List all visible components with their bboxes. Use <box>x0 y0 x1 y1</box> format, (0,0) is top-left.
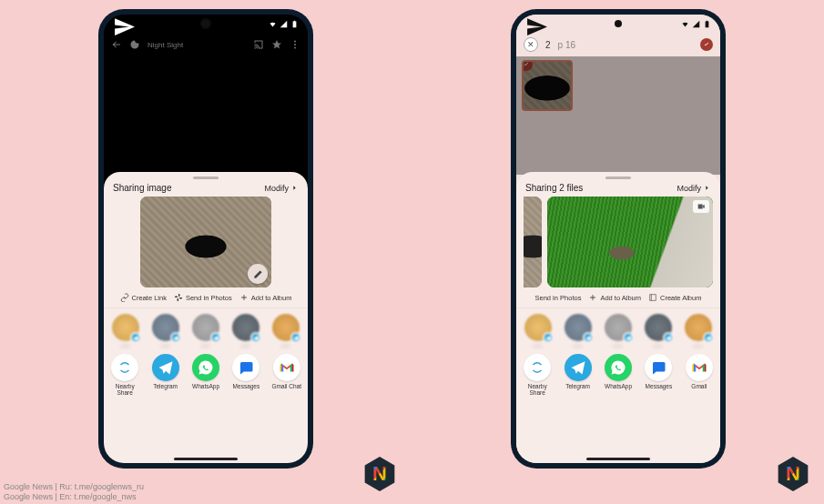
suggested-contact[interactable]: blur <box>109 314 142 348</box>
pencil-icon <box>253 269 263 279</box>
gallery-grid[interactable] <box>516 56 720 175</box>
share-sheet: Sharing 2 files Modify Send in Photos <box>516 172 720 463</box>
selection-count: 2 <box>545 40 551 50</box>
share-preview-image[interactable] <box>140 197 271 287</box>
app-telegram[interactable]: Telegram <box>560 354 595 389</box>
nightsight-icon <box>129 39 140 50</box>
send-in-photos-chip[interactable]: Send in Photos <box>535 294 582 302</box>
photo-viewer-body[interactable] <box>104 56 308 175</box>
whatsapp-icon <box>610 359 626 376</box>
messages-icon <box>650 359 666 376</box>
sheet-title: Sharing 2 files <box>525 183 583 193</box>
suggested-contact[interactable]: blur <box>642 314 675 348</box>
apps-row: Nearby Share Telegram WhatsApp Messages … <box>104 350 308 403</box>
nav-handle[interactable] <box>586 458 650 460</box>
create-album-chip[interactable]: Create Album <box>648 293 701 302</box>
suggested-contact[interactable]: blur <box>149 314 182 348</box>
video-badge <box>693 200 709 213</box>
app-messages[interactable]: Messages <box>641 354 676 389</box>
check-icon <box>523 61 530 68</box>
close-selection-button[interactable]: ✕ <box>524 37 538 52</box>
nav-handle[interactable] <box>174 458 238 460</box>
nearby-icon <box>529 359 545 376</box>
plus-icon <box>588 293 597 302</box>
telegram-icon <box>158 359 174 376</box>
whatsapp-icon <box>198 359 214 376</box>
wifi-icon <box>269 20 277 28</box>
watermark-logo: N <box>362 457 397 491</box>
suggested-contact[interactable]: blur <box>189 314 222 348</box>
action-chip-row: Create Link Send in Photos Add to Album <box>104 287 308 308</box>
suggested-contact[interactable]: blur <box>682 314 715 348</box>
check-badge <box>522 60 533 71</box>
suggested-contact[interactable]: blur <box>229 314 262 348</box>
more-icon[interactable] <box>290 39 300 50</box>
suggested-contact[interactable]: blur <box>270 314 302 348</box>
photos-icon <box>174 293 183 302</box>
suggested-contact[interactable]: blur <box>562 314 595 348</box>
phone-frame-left: 10:44 Night Sight Sharing image <box>98 9 313 469</box>
gallery-thumb-selected[interactable] <box>522 60 573 111</box>
telegram-icon <box>570 359 586 376</box>
telegram-badge-icon <box>666 335 672 341</box>
telegram-badge-icon <box>545 335 552 341</box>
collection-label: p 16 <box>558 40 575 50</box>
app-gmail[interactable]: Gmail Chat <box>270 354 304 389</box>
telegram-badge-icon <box>706 335 712 341</box>
add-to-album-chip[interactable]: Add to Album <box>239 293 292 302</box>
battery-icon <box>703 20 711 28</box>
nearby-icon <box>117 359 133 376</box>
back-icon[interactable] <box>111 39 122 50</box>
gmail-icon <box>691 359 707 376</box>
telegram-badge-icon <box>293 335 300 341</box>
album-icon <box>648 293 657 302</box>
modify-button[interactable]: Modify <box>264 184 299 193</box>
app-gmail[interactable]: Gmail <box>682 354 717 389</box>
chevron-right-icon <box>703 184 711 192</box>
video-icon <box>697 202 706 211</box>
cast-icon[interactable] <box>253 39 264 50</box>
telegram-badge-icon <box>253 335 259 341</box>
share-preview-prev[interactable] <box>524 197 542 287</box>
telegram-badge-icon <box>213 335 219 341</box>
camera-cutout <box>615 20 622 27</box>
share-preview-image[interactable] <box>547 197 713 287</box>
add-to-album-chip[interactable]: Add to Album <box>588 293 641 302</box>
svg-point-0 <box>294 41 296 43</box>
plus-icon <box>239 293 249 302</box>
selected-indicator[interactable] <box>700 38 713 51</box>
battery-icon <box>290 20 299 28</box>
suggested-contacts-row: blur blur blur blur blur <box>516 308 720 350</box>
edit-preview-button[interactable] <box>248 264 268 284</box>
app-nearby-share[interactable]: Nearby Share <box>520 354 554 396</box>
create-link-chip[interactable]: Create Link <box>120 293 167 302</box>
share-sheet: Sharing image Modify Create Link <box>104 172 308 463</box>
svg-point-2 <box>294 47 296 49</box>
sheet-drag-handle[interactable] <box>605 176 631 179</box>
telegram-badge-icon <box>626 335 632 341</box>
send-in-photos-chip[interactable]: Send in Photos <box>174 293 232 302</box>
send-icon <box>113 15 136 38</box>
app-whatsapp[interactable]: WhatsApp <box>188 354 223 389</box>
app-whatsapp[interactable]: WhatsApp <box>601 354 636 389</box>
signal-icon <box>280 20 288 28</box>
app-telegram[interactable]: Telegram <box>148 354 182 389</box>
wifi-icon <box>681 20 689 28</box>
suggested-contact[interactable]: blur <box>602 314 635 348</box>
phone-frame-right: 11:13 ✕ 2 p 16 Sharing 2 f <box>511 9 726 469</box>
modify-button[interactable]: Modify <box>676 184 711 193</box>
sheet-drag-handle[interactable] <box>193 176 219 179</box>
apps-row: Nearby Share Telegram WhatsApp Messages … <box>516 350 720 403</box>
send-icon <box>525 15 548 38</box>
telegram-badge-icon <box>133 335 139 341</box>
camera-cutout <box>202 20 209 27</box>
suggested-contacts-row: blur blur blur blur blur <box>104 308 308 350</box>
suggested-contact[interactable]: blur <box>522 314 554 348</box>
signal-icon <box>692 20 700 28</box>
messages-icon <box>238 359 254 376</box>
app-messages[interactable]: Messages <box>229 354 263 389</box>
watermark-logo: N <box>776 457 810 491</box>
app-nearby-share[interactable]: Nearby Share <box>107 354 142 396</box>
star-icon[interactable] <box>271 39 282 50</box>
gmail-icon <box>279 359 295 376</box>
